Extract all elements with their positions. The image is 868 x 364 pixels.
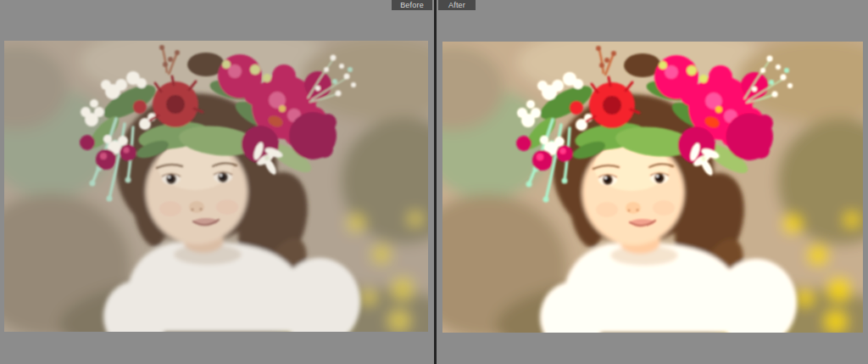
pane-divider: [434, 0, 437, 364]
after-tab: After: [438, 0, 476, 10]
before-photo-image: [4, 41, 428, 332]
before-tab-label: Before: [400, 1, 424, 9]
after-tab-label: After: [448, 1, 465, 9]
before-tab: Before: [392, 0, 432, 10]
after-photo-image: [442, 42, 863, 333]
before-photo[interactable]: [4, 41, 428, 332]
after-photo[interactable]: [442, 42, 863, 333]
compare-view: Before After: [0, 0, 868, 364]
